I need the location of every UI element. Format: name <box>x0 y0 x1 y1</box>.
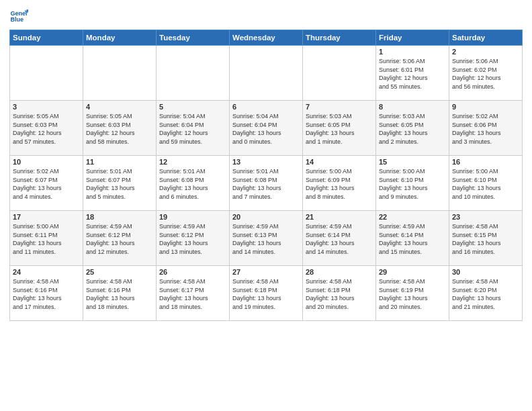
day-number: 20 <box>232 213 300 221</box>
week-row-2: 3Sunrise: 5:05 AMSunset: 6:03 PMDaylight… <box>10 101 523 156</box>
calendar-cell: 16Sunrise: 5:00 AMSunset: 6:10 PMDayligh… <box>449 156 523 211</box>
calendar-cell: 8Sunrise: 5:03 AMSunset: 6:05 PMDaylight… <box>376 101 449 156</box>
day-number: 18 <box>86 213 153 221</box>
cell-info: Sunrise: 4:58 AMSunset: 6:15 PMDaylight:… <box>452 222 519 256</box>
days-header-row: SundayMondayTuesdayWednesdayThursdayFrid… <box>10 30 523 46</box>
cell-info: Sunrise: 4:59 AMSunset: 6:14 PMDaylight:… <box>306 222 373 256</box>
logo-icon: General Blue <box>9 7 28 26</box>
calendar-cell <box>303 46 376 101</box>
calendar-cell: 15Sunrise: 5:00 AMSunset: 6:10 PMDayligh… <box>376 156 449 211</box>
cell-info: Sunrise: 5:06 AMSunset: 6:01 PMDaylight:… <box>379 57 446 91</box>
day-number: 7 <box>306 103 373 111</box>
page-container: General Blue SundayMondayTuesdayWednesda… <box>0 0 532 328</box>
calendar-table: SundayMondayTuesdayWednesdayThursdayFrid… <box>9 30 523 321</box>
calendar-cell: 28Sunrise: 4:58 AMSunset: 6:18 PMDayligh… <box>303 266 376 321</box>
calendar-cell: 26Sunrise: 4:58 AMSunset: 6:17 PMDayligh… <box>157 266 230 321</box>
day-number: 5 <box>159 103 226 111</box>
week-row-4: 17Sunrise: 5:00 AMSunset: 6:11 PMDayligh… <box>10 211 523 266</box>
calendar-cell: 9Sunrise: 5:02 AMSunset: 6:06 PMDaylight… <box>449 101 523 156</box>
cell-info: Sunrise: 4:58 AMSunset: 6:18 PMDaylight:… <box>232 277 300 311</box>
cell-info: Sunrise: 4:58 AMSunset: 6:16 PMDaylight:… <box>13 277 80 311</box>
calendar-cell: 2Sunrise: 5:06 AMSunset: 6:02 PMDaylight… <box>449 46 523 101</box>
day-number: 26 <box>159 268 226 276</box>
cell-info: Sunrise: 5:00 AMSunset: 6:11 PMDaylight:… <box>13 222 80 256</box>
day-header-monday: Monday <box>83 30 157 46</box>
calendar-cell: 4Sunrise: 5:05 AMSunset: 6:03 PMDaylight… <box>83 101 157 156</box>
calendar-cell: 21Sunrise: 4:59 AMSunset: 6:14 PMDayligh… <box>303 211 376 266</box>
day-number: 23 <box>452 213 519 221</box>
cell-info: Sunrise: 5:00 AMSunset: 6:10 PMDaylight:… <box>379 167 446 201</box>
day-number: 30 <box>452 268 519 276</box>
day-number: 4 <box>86 103 153 111</box>
calendar-cell: 11Sunrise: 5:01 AMSunset: 6:07 PMDayligh… <box>83 156 157 211</box>
calendar-cell: 24Sunrise: 4:58 AMSunset: 6:16 PMDayligh… <box>10 266 83 321</box>
calendar-cell: 3Sunrise: 5:05 AMSunset: 6:03 PMDaylight… <box>10 101 83 156</box>
logo: General Blue <box>9 7 28 26</box>
cell-info: Sunrise: 5:00 AMSunset: 6:10 PMDaylight:… <box>452 167 519 201</box>
day-number: 15 <box>379 158 446 166</box>
day-number: 1 <box>379 48 446 56</box>
cell-info: Sunrise: 5:04 AMSunset: 6:04 PMDaylight:… <box>232 112 300 146</box>
day-number: 13 <box>232 158 300 166</box>
cell-info: Sunrise: 4:58 AMSunset: 6:20 PMDaylight:… <box>452 277 519 311</box>
day-number: 19 <box>159 213 226 221</box>
header: General Blue <box>9 7 523 26</box>
calendar-cell: 5Sunrise: 5:04 AMSunset: 6:04 PMDaylight… <box>157 101 230 156</box>
day-header-tuesday: Tuesday <box>157 30 230 46</box>
calendar-cell: 30Sunrise: 4:58 AMSunset: 6:20 PMDayligh… <box>449 266 523 321</box>
calendar-cell <box>230 46 303 101</box>
day-number: 10 <box>13 158 80 166</box>
day-header-saturday: Saturday <box>449 30 523 46</box>
day-number: 28 <box>306 268 373 276</box>
calendar-cell: 19Sunrise: 4:59 AMSunset: 6:12 PMDayligh… <box>157 211 230 266</box>
cell-info: Sunrise: 5:01 AMSunset: 6:08 PMDaylight:… <box>232 167 300 201</box>
cell-info: Sunrise: 4:58 AMSunset: 6:19 PMDaylight:… <box>379 277 446 311</box>
cell-info: Sunrise: 4:59 AMSunset: 6:12 PMDaylight:… <box>86 222 153 256</box>
cell-info: Sunrise: 5:01 AMSunset: 6:07 PMDaylight:… <box>86 167 153 201</box>
day-header-thursday: Thursday <box>303 30 376 46</box>
day-number: 29 <box>379 268 446 276</box>
cell-info: Sunrise: 5:04 AMSunset: 6:04 PMDaylight:… <box>159 112 226 146</box>
calendar-cell: 14Sunrise: 5:00 AMSunset: 6:09 PMDayligh… <box>303 156 376 211</box>
calendar-cell <box>157 46 230 101</box>
day-number: 14 <box>306 158 373 166</box>
day-number: 25 <box>86 268 153 276</box>
cell-info: Sunrise: 4:58 AMSunset: 6:18 PMDaylight:… <box>306 277 373 311</box>
cell-info: Sunrise: 5:00 AMSunset: 6:09 PMDaylight:… <box>306 167 373 201</box>
day-header-friday: Friday <box>376 30 449 46</box>
cell-info: Sunrise: 5:03 AMSunset: 6:05 PMDaylight:… <box>379 112 446 146</box>
cell-info: Sunrise: 5:01 AMSunset: 6:08 PMDaylight:… <box>159 167 226 201</box>
calendar-cell: 13Sunrise: 5:01 AMSunset: 6:08 PMDayligh… <box>230 156 303 211</box>
week-row-5: 24Sunrise: 4:58 AMSunset: 6:16 PMDayligh… <box>10 266 523 321</box>
calendar-cell: 18Sunrise: 4:59 AMSunset: 6:12 PMDayligh… <box>83 211 157 266</box>
calendar-cell: 25Sunrise: 4:58 AMSunset: 6:16 PMDayligh… <box>83 266 157 321</box>
day-number: 12 <box>159 158 226 166</box>
cell-info: Sunrise: 4:58 AMSunset: 6:17 PMDaylight:… <box>159 277 226 311</box>
cell-info: Sunrise: 4:59 AMSunset: 6:14 PMDaylight:… <box>379 222 446 256</box>
day-number: 6 <box>232 103 300 111</box>
calendar-cell: 27Sunrise: 4:58 AMSunset: 6:18 PMDayligh… <box>230 266 303 321</box>
calendar-cell: 20Sunrise: 4:59 AMSunset: 6:13 PMDayligh… <box>230 211 303 266</box>
day-header-sunday: Sunday <box>10 30 83 46</box>
cell-info: Sunrise: 5:05 AMSunset: 6:03 PMDaylight:… <box>86 112 153 146</box>
svg-text:Blue: Blue <box>10 16 24 23</box>
cell-info: Sunrise: 5:02 AMSunset: 6:07 PMDaylight:… <box>13 167 80 201</box>
day-number: 24 <box>13 268 80 276</box>
calendar-cell: 7Sunrise: 5:03 AMSunset: 6:05 PMDaylight… <box>303 101 376 156</box>
cell-info: Sunrise: 4:59 AMSunset: 6:12 PMDaylight:… <box>159 222 226 256</box>
day-header-wednesday: Wednesday <box>230 30 303 46</box>
calendar-cell: 10Sunrise: 5:02 AMSunset: 6:07 PMDayligh… <box>10 156 83 211</box>
day-number: 27 <box>232 268 300 276</box>
day-number: 16 <box>452 158 519 166</box>
calendar-cell: 1Sunrise: 5:06 AMSunset: 6:01 PMDaylight… <box>376 46 449 101</box>
calendar-cell: 29Sunrise: 4:58 AMSunset: 6:19 PMDayligh… <box>376 266 449 321</box>
cell-info: Sunrise: 5:06 AMSunset: 6:02 PMDaylight:… <box>452 57 519 91</box>
day-number: 22 <box>379 213 446 221</box>
calendar-cell: 6Sunrise: 5:04 AMSunset: 6:04 PMDaylight… <box>230 101 303 156</box>
day-number: 2 <box>452 48 519 56</box>
cell-info: Sunrise: 5:02 AMSunset: 6:06 PMDaylight:… <box>452 112 519 146</box>
calendar-cell: 12Sunrise: 5:01 AMSunset: 6:08 PMDayligh… <box>157 156 230 211</box>
week-row-1: 1Sunrise: 5:06 AMSunset: 6:01 PMDaylight… <box>10 46 523 101</box>
day-number: 11 <box>86 158 153 166</box>
day-number: 8 <box>379 103 446 111</box>
